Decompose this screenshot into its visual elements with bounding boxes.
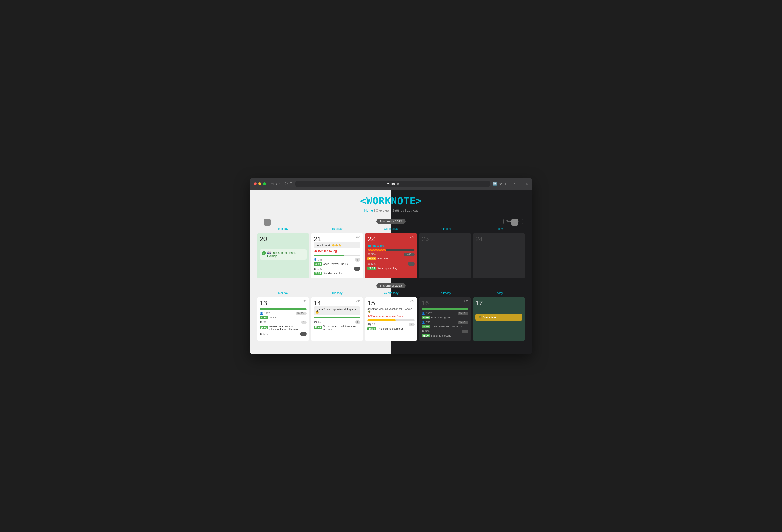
header2-thursday: Thursday	[419, 290, 471, 296]
week2-headers: Monday Tuesday Wednesday Thursday Friday	[257, 290, 525, 296]
nav-logout[interactable]: Log out	[407, 209, 418, 212]
info-icon[interactable]: ⓘ	[285, 182, 288, 186]
app-title: <WORKNOTE>	[250, 195, 532, 207]
month2-header: November 2023	[257, 283, 525, 288]
task-dur-16-1: 6h 15m	[458, 312, 468, 315]
grid-icon[interactable]: ⋮⋮⋮	[509, 182, 520, 186]
task-id-16-2: 559	[426, 321, 430, 324]
day-card-24: 24	[473, 233, 525, 279]
progress-15	[367, 319, 414, 321]
task-time-13-1: 13:00 Testing	[260, 316, 307, 319]
task-dur-14-1: 8h	[355, 320, 360, 324]
task-time-16-2: 15:45 Code review and validation	[422, 325, 468, 328]
task-id-14-1: 35	[318, 321, 321, 323]
task-id-21-2: 586	[317, 268, 322, 270]
task-row-13-3: 🖥 586	[260, 332, 307, 336]
day-card-22: 22 #77 6h left to log 🖥 586 1h 45m 14:00…	[365, 233, 417, 279]
nav-home[interactable]: Home	[364, 209, 373, 212]
header-wednesday: Wednesday	[365, 226, 417, 232]
task-text-22-1: Team Retro	[377, 257, 390, 260]
day-card-15: 15 #74 Jonathan went on vacation for 2 w…	[365, 297, 417, 341]
header-monday: Monday	[257, 226, 309, 232]
task-row-22-2: 🖥 586	[367, 262, 414, 266]
dot-yellow[interactable]	[258, 182, 261, 185]
time-badge-22-2: 08:30	[367, 267, 376, 270]
task-row-14-1: 🎮 35 8h	[314, 320, 360, 324]
task-dur-16-2: 1h 30m	[458, 321, 468, 324]
day-card-13: 13 #72 👤 1987 5h 30m 13:00 Testing	[257, 297, 309, 341]
task-text-16-1: Task investigation	[431, 316, 451, 319]
toggle-22-2[interactable]	[408, 262, 415, 266]
task-time-14-1: 10:00 Online course on information secur…	[314, 325, 360, 330]
nav-settings[interactable]: Settings	[392, 209, 404, 212]
week-num-14: #73	[356, 300, 360, 303]
week-num-15: #74	[410, 300, 414, 303]
task-time-21-1: 09:00 Code Review, Bug Fix	[314, 262, 360, 265]
task-time-22-2: 08:30 Stand-up meeting	[367, 267, 414, 270]
forward-icon[interactable]: ›	[279, 182, 280, 186]
progress-21	[314, 255, 360, 256]
add-tab-icon[interactable]: +	[522, 182, 524, 186]
task-id-21-1: 1987	[318, 258, 324, 261]
progress-fill-21	[314, 255, 344, 256]
day-card-20: 20 i 🇬🇧 Late Summer Bank Holiday	[257, 233, 309, 279]
toggle-21-2[interactable]	[354, 267, 360, 271]
task-icon-14-1: 🎮	[314, 320, 317, 324]
note-15: Jonathan went on vacation for 2 weeks 🌴	[367, 308, 414, 313]
time-badge-16-3: 08:30	[422, 334, 430, 337]
sidebar-toggle-icon[interactable]: ⊞	[271, 182, 274, 186]
task-dur-13-1: 5h 30m	[296, 312, 307, 315]
address-bar[interactable]: worknote	[295, 181, 490, 187]
next-week-button[interactable]: ›	[511, 219, 518, 225]
header-friday: Friday	[473, 226, 525, 232]
header2-tuesday: Tuesday	[311, 290, 363, 296]
task-icon-22-1: 🖥	[367, 253, 370, 256]
task-row-22-1: 🖥 586 1h 45m	[367, 253, 414, 256]
task-text-13-1: Testing	[269, 316, 277, 319]
month2-label: November 2023	[377, 283, 406, 288]
day-number-24: 24	[475, 236, 522, 242]
task-icon-13-3: 🖥	[260, 332, 262, 335]
nav-overview[interactable]: Overview	[376, 209, 389, 212]
tabs-icon[interactable]: ⧉	[526, 182, 528, 186]
back-icon[interactable]: ‹	[276, 182, 277, 186]
holiday-text: 🇬🇧 Late Summer Bank Holiday	[267, 251, 305, 258]
task-icon-16-2: 👤	[422, 321, 425, 324]
time-badge-13-1: 13:00	[260, 316, 268, 319]
task-id-22-2: 586	[371, 262, 376, 265]
time-badge-16-2: 15:45	[422, 325, 430, 328]
time-badge-21-1: 09:00	[314, 262, 322, 265]
time-badge-21-2: 08:30	[314, 272, 322, 275]
task-text-21-2: Stand-up meeting	[323, 272, 344, 275]
progress-fill-13	[260, 308, 307, 310]
task-id-13-3: 586	[263, 332, 268, 335]
task-text-14-1: Online course on information security	[323, 325, 361, 330]
prev-week-button[interactable]: ‹	[264, 219, 271, 225]
time-badge-22-1: 14:00	[367, 257, 376, 260]
header-thursday: Thursday	[419, 226, 471, 232]
vacation-icon: 🌴	[478, 315, 482, 319]
refresh-icon[interactable]: ↻	[499, 182, 502, 186]
task-row-13-1: 👤 1987 5h 30m	[260, 312, 307, 315]
task-text-16-3: Stand-up meeting	[431, 334, 451, 337]
dot-red[interactable]	[254, 182, 257, 185]
dot-green[interactable]	[263, 182, 266, 185]
task-icon-13-2: 🖥	[260, 321, 262, 324]
shield-icon[interactable]: 🛡	[290, 182, 293, 186]
share-icon[interactable]: ⬆	[504, 182, 507, 186]
day-number-22: 22	[367, 236, 414, 242]
toggle-16-3[interactable]	[462, 329, 468, 333]
event-14: I got a 2-day corporate training appt 🤗	[314, 307, 360, 315]
day-card-14: 14 #73 I got a 2-day corporate training …	[311, 297, 363, 341]
toggle-13-3[interactable]	[300, 332, 307, 336]
url-text: worknote	[387, 182, 399, 185]
translate-icon[interactable]: 🔤	[493, 182, 497, 186]
task-icon-13-1: 👤	[260, 312, 263, 315]
task-icon-15-1: 🎮	[367, 323, 371, 326]
day-number-15: 15	[367, 300, 414, 307]
task-time-21-2: 08:30 Stand-up meeting	[314, 272, 360, 275]
day-number-21: 21	[314, 236, 360, 242]
task-icon-21-2: 🖥	[314, 267, 316, 271]
progress-fill-16	[422, 308, 468, 310]
task-text-15-1: Finish online course on	[377, 327, 403, 330]
